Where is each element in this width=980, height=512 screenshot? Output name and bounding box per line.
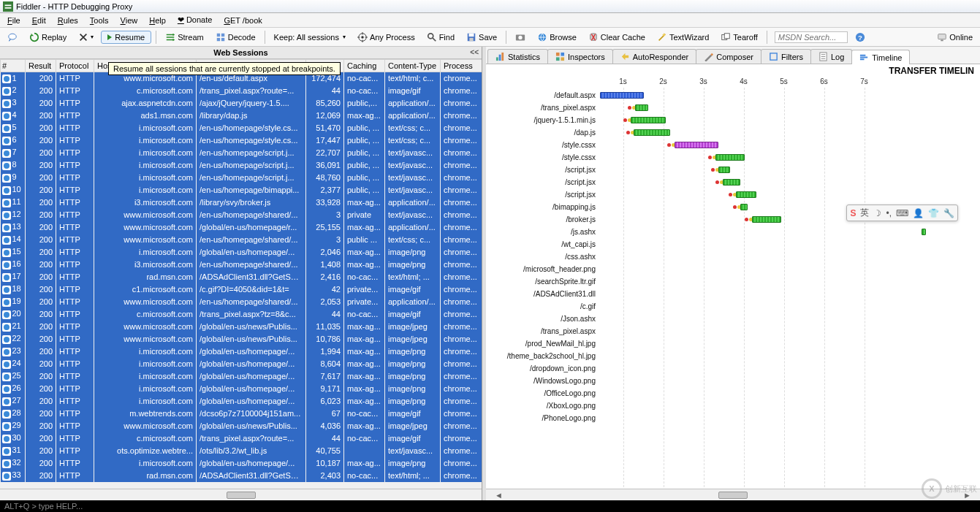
comment-button[interactable]: [3, 30, 22, 45]
ime-logo-icon[interactable]: S: [850, 208, 856, 218]
camera-button[interactable]: [511, 30, 530, 45]
session-row[interactable]: 20200HTTPc.microsoft.com/trans_pixel.asp…: [1, 308, 482, 321]
timeline-row[interactable]: /OfficeLogo.png: [486, 387, 980, 400]
textwizard-button[interactable]: TextWizard: [653, 30, 713, 45]
timeline-row[interactable]: /trans_pixel.aspx: [486, 325, 980, 337]
session-row[interactable]: 31200HTTPots.optimize.webtre.../ots/lib/…: [1, 445, 482, 457]
tab-statistics[interactable]: Statistics: [487, 49, 548, 64]
col-header[interactable]: Process: [441, 60, 482, 72]
col-header[interactable]: #: [1, 60, 26, 72]
menu-tools[interactable]: Tools: [84, 15, 115, 26]
menu-rules[interactable]: Rules: [52, 15, 84, 26]
ime-moon-icon[interactable]: ☽: [873, 208, 881, 218]
menu-file[interactable]: File: [1, 15, 26, 26]
col-header[interactable]: Result: [26, 60, 56, 72]
replay-button[interactable]: Replay: [25, 30, 71, 45]
timeline-row[interactable]: /theme_back2school_hl.jpg: [486, 350, 980, 362]
ime-punct[interactable]: •,: [886, 208, 892, 218]
timeline-row[interactable]: /style.cssx: [486, 139, 980, 151]
find-button[interactable]: Find: [422, 30, 459, 45]
session-row[interactable]: 6200HTTPi.microsoft.com/en-us/homepage/s…: [1, 134, 482, 147]
help-button[interactable]: ?: [851, 30, 870, 45]
timeline-row[interactable]: /Json.ashx: [486, 313, 980, 325]
timeline-row[interactable]: /WindowsLogo.png: [486, 375, 980, 387]
session-row[interactable]: 14200HTTPwww.microsoft.com/en-us/homepag…: [1, 234, 482, 246]
timeline-row[interactable]: /jquery-1.5.1.min.js: [486, 114, 980, 126]
tab-autoresponder[interactable]: AutoResponder: [612, 49, 696, 64]
timeline-row[interactable]: /trans_pixel.aspx: [486, 102, 980, 114]
session-row[interactable]: 21200HTTPwww.microsoft.com/global/en-us/…: [1, 321, 482, 333]
session-row[interactable]: 4200HTTPads1.msn.com/library/dap.js12,06…: [1, 110, 482, 122]
tearoff-button[interactable]: Tearoff: [716, 30, 761, 45]
timeline-row[interactable]: /searchSprite.ltr.gif: [486, 275, 980, 288]
tab-timeline[interactable]: Timeline: [851, 50, 910, 64]
menu-edit[interactable]: Edit: [26, 15, 52, 26]
scroll-thumb[interactable]: [227, 492, 256, 499]
timeline-row[interactable]: /microsoft_header.png: [486, 263, 980, 275]
session-row[interactable]: 11200HTTPi3.microsoft.com/library/svy/br…: [1, 196, 482, 209]
session-row[interactable]: 23200HTTPi.microsoft.com/global/en-us/ho…: [1, 345, 482, 358]
timeline-row[interactable]: /script.jsx: [486, 176, 980, 188]
session-row[interactable]: 27200HTTPi.microsoft.com/global/en-us/ho…: [1, 395, 482, 408]
timeline-row[interactable]: /script.jsx: [486, 164, 980, 176]
timeline-row[interactable]: /XboxLogo.png: [486, 400, 980, 412]
menu-view[interactable]: View: [115, 15, 144, 26]
menu-help[interactable]: Help: [143, 15, 172, 26]
timeline-row[interactable]: /dap.js: [486, 126, 980, 139]
timeline-row[interactable]: /c.gif: [486, 300, 980, 313]
ime-person-icon[interactable]: 👤: [913, 208, 924, 218]
remove-button[interactable]: ▾: [74, 30, 98, 45]
ime-toolbar[interactable]: S 英 ☽ •, ⌨ 👤 👕 🔧: [846, 205, 958, 221]
timeline-row[interactable]: /js.ashx: [486, 226, 980, 238]
session-row[interactable]: 12200HTTPwww.microsoft.com/en-us/homepag…: [1, 209, 482, 221]
timeline-row[interactable]: /dropdown_icon.png: [486, 362, 980, 375]
session-row[interactable]: 30200HTTPc.microsoft.com/trans_pixel.asp…: [1, 432, 482, 445]
timeline-row[interactable]: /prod_NewMail_hl.jpg: [486, 337, 980, 350]
session-row[interactable]: 33200HTTPrad.msn.com/ADSAdClient31.dll?G…: [1, 470, 482, 482]
menu-donate[interactable]: ❤ Donate: [172, 14, 219, 26]
stream-button[interactable]: Stream: [161, 30, 208, 45]
session-row[interactable]: 8200HTTPi.microsoft.com/en-us/homepage/s…: [1, 159, 482, 172]
session-row[interactable]: 17200HTTPrad.msn.com/ADSAdClient31.dll?G…: [1, 271, 482, 283]
session-row[interactable]: 32200HTTPi.microsoft.com/global/en-us/ho…: [1, 457, 482, 470]
timeline-row[interactable]: /ADSAdClient31.dll: [486, 288, 980, 300]
session-row[interactable]: 26200HTTPi.microsoft.com/global/en-us/ho…: [1, 383, 482, 395]
online-indicator[interactable]: Online: [932, 30, 977, 45]
timeline-pane[interactable]: TRANSFER TIMELIN 1s2s3s4s5s6s7s /default…: [486, 64, 980, 489]
session-row[interactable]: 29200HTTPwww.microsoft.com/global/en-us/…: [1, 420, 482, 432]
col-header[interactable]: Caching: [344, 60, 385, 72]
scroll-thumb[interactable]: [718, 492, 748, 499]
session-row[interactable]: 22200HTTPwww.microsoft.com/global/en-us/…: [1, 333, 482, 345]
session-row[interactable]: 28200HTTPm.webtrends.com/dcso6p7z7100004…: [1, 408, 482, 420]
timeline-row[interactable]: /script.jsx: [486, 188, 980, 201]
session-row[interactable]: 13200HTTPwww.microsoft.com/global/en-us/…: [1, 221, 482, 234]
menu-getbook[interactable]: GET /book: [218, 15, 267, 26]
timeline-row[interactable]: /default.aspx: [486, 89, 980, 102]
tab-filters[interactable]: Filters: [761, 49, 811, 64]
col-header[interactable]: Content-Type: [385, 60, 441, 72]
session-row[interactable]: 3200HTTPajax.aspnetcdn.com/ajax/jQuery/j…: [1, 97, 482, 110]
session-row[interactable]: 25200HTTPi.microsoft.com/global/en-us/ho…: [1, 370, 482, 383]
session-row[interactable]: 18200HTTPc1.microsoft.com/c.gif?DI=4050&…: [1, 283, 482, 296]
decode-button[interactable]: Decode: [211, 30, 260, 45]
session-row[interactable]: 9200HTTPi.microsoft.com/en-us/homepage/s…: [1, 172, 482, 184]
ime-skin-icon[interactable]: 👕: [928, 208, 939, 218]
tab-inspectors[interactable]: Inspectors: [547, 49, 613, 64]
timeline-row[interactable]: /wt_capi.js: [486, 238, 980, 251]
keep-button[interactable]: Keep: All sessions▾: [270, 31, 350, 44]
session-row[interactable]: 7200HTTPi.microsoft.com/en-us/homepage/s…: [1, 147, 482, 159]
session-row[interactable]: 10200HTTPi.microsoft.com/en-us/homepage/…: [1, 184, 482, 196]
ime-lang[interactable]: 英: [860, 207, 869, 219]
collapse-button[interactable]: <<: [470, 48, 479, 56]
ime-keyboard-icon[interactable]: ⌨: [896, 208, 908, 218]
timeline-row[interactable]: /style.cssx: [486, 151, 980, 164]
timeline-row[interactable]: /PhoneLogo.png: [486, 412, 980, 424]
sessions-grid[interactable]: #ResultProtocolHostURLBodyCachingContent…: [0, 59, 482, 482]
save-button[interactable]: Save: [462, 30, 501, 45]
ime-settings-icon[interactable]: 🔧: [943, 208, 954, 218]
session-row[interactable]: 15200HTTPi.microsoft.com/global/en-us/ho…: [1, 246, 482, 259]
browse-button[interactable]: Browse: [533, 30, 581, 45]
col-header[interactable]: Protocol: [56, 60, 94, 72]
sessions-grid-wrap[interactable]: Resume all sessions that are currently s…: [0, 59, 482, 489]
session-row[interactable]: 5200HTTPi.microsoft.com/en-us/homepage/s…: [1, 122, 482, 134]
